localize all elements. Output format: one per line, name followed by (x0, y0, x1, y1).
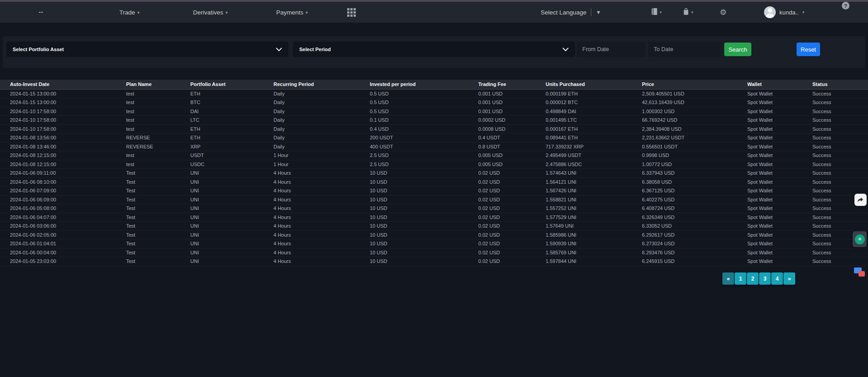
table-cell: 6.402275 USD (632, 195, 737, 204)
to-date-input[interactable] (648, 42, 721, 57)
table-cell: 6.367125 USD (632, 186, 737, 196)
table-cell: UNI (180, 222, 264, 231)
nav-menu-derivatives[interactable]: Derivatives ▾ (193, 2, 228, 23)
chevron-down-icon: ▾ (660, 10, 662, 14)
table-cell: test (116, 89, 180, 98)
table-row: 2024-01-15 13:00:00testBTCDaily0.5 USD0.… (0, 98, 868, 107)
table-cell: 0.02 USD (468, 177, 536, 186)
table-body: 2024-01-15 13:00:00testETHDaily0.5 USD0.… (0, 89, 868, 266)
from-date-input[interactable] (577, 42, 646, 57)
table-cell: Success (802, 116, 868, 125)
table-cell: REVERSE (116, 134, 180, 143)
language-selector[interactable]: Select Language ▼ (541, 2, 601, 23)
table-row: 2024-01-10 17:58:00testDAIDaily0.5 USD0.… (0, 107, 868, 116)
table-row: 2024-01-06 06:09:00TestUNI4 Hours10 USD0… (0, 195, 868, 204)
column-header: Wallet (737, 80, 802, 89)
table-cell: 4 Hours (264, 186, 360, 196)
table-cell: 2024-01-08 12:15:00 (0, 160, 116, 169)
table-cell: 2024-01-10 17:58:00 (0, 124, 116, 134)
table-cell: UNI (180, 177, 264, 186)
chatgpt-extension-icon[interactable]: ✳ (853, 231, 867, 247)
nav-menu-trade[interactable]: Trade ▾ (119, 2, 140, 23)
table-cell: test (116, 160, 180, 169)
chat-extension-icon[interactable] (854, 267, 867, 280)
table-cell: Test (116, 195, 180, 204)
language-caret-icon: ▼ (596, 10, 601, 15)
wallet-bag-menu[interactable]: ▾ (683, 2, 693, 23)
table-cell: USDC (180, 160, 264, 169)
table-cell: 42,613.16439 USD (632, 98, 737, 107)
table-cell: 10 USD (360, 248, 468, 257)
table-cell: 0.0002 USD (468, 116, 536, 125)
column-header: Status (802, 80, 868, 89)
nav-menu-trade-label: Trade (119, 9, 135, 16)
settings-gear-icon[interactable]: ⚙ (720, 2, 726, 23)
table-cell: 2.475886 USDC (536, 160, 632, 169)
table-cell: UNI (180, 169, 264, 178)
table-cell: Test (116, 186, 180, 196)
table-cell: 2024-01-06 07:09:00 (0, 186, 116, 196)
table-cell: Spot Wallet (737, 195, 802, 204)
table-row: 2024-01-06 09:11:00TestUNI4 Hours10 USD0… (0, 169, 868, 178)
language-selector-label: Select Language (541, 9, 586, 16)
table-cell: 0.001 USD (468, 107, 536, 116)
table-cell: 0.001 USD (468, 89, 536, 98)
orders-book-menu[interactable]: ▾ (651, 2, 662, 23)
portfolio-asset-select[interactable]: Select Portfolio Asset (6, 42, 288, 57)
table-cell: UNI (180, 204, 264, 213)
table-cell: 2024-01-06 06:09:00 (0, 195, 116, 204)
table-cell: 4 Hours (264, 239, 360, 248)
table-cell: Daily (264, 116, 360, 125)
table-cell: 6.326349 USD (632, 213, 737, 222)
table-cell: 0.02 USD (468, 213, 536, 222)
share-shortcut-icon[interactable] (854, 194, 867, 206)
table-cell: 400 USDT (360, 142, 468, 151)
table-cell: 10 USD (360, 195, 468, 204)
table-row: 2024-01-08 12:15:00testUSDC1 Hour2.5 USD… (0, 160, 868, 169)
table-cell: Success (802, 222, 868, 231)
table-cell: 0.02 USD (468, 169, 536, 178)
table-cell: Test (116, 204, 180, 213)
table-cell: Daily (264, 98, 360, 107)
pagination-next-button[interactable]: » (783, 272, 795, 285)
search-button[interactable]: Search (724, 43, 751, 56)
reset-button[interactable]: Reset (797, 43, 820, 56)
nav-menu-derivatives-label: Derivatives (193, 9, 223, 16)
pagination-page-button[interactable]: 1 (735, 272, 746, 285)
table-header-row: Auto-Invest DatePlan NamePortfolio Asset… (0, 80, 868, 89)
table-cell: Spot Wallet (737, 222, 802, 231)
table-cell: 0.02 USD (468, 230, 536, 239)
help-icon[interactable]: ? (842, 2, 849, 10)
table-cell: test (116, 151, 180, 160)
table-cell: Daily (264, 124, 360, 134)
table-cell: 0.02 USD (468, 195, 536, 204)
table-cell: 4 Hours (264, 195, 360, 204)
table-cell: Test (116, 177, 180, 186)
period-select[interactable]: Select Period (293, 42, 575, 57)
pagination-page-button[interactable]: 4 (771, 272, 783, 285)
table-cell: 0.000167 ETH (536, 124, 632, 134)
table-cell: 0.8 USDT (468, 142, 536, 151)
app-logo[interactable]: -- (39, 2, 43, 23)
chevron-down-icon (562, 45, 569, 53)
apps-grid-icon[interactable] (347, 2, 356, 23)
table-cell: Test (116, 222, 180, 231)
nav-menu-payments[interactable]: Payments ▾ (276, 2, 308, 23)
table-cell: 6.33052 USD (632, 222, 737, 231)
table-cell: 4 Hours (264, 204, 360, 213)
pagination-page-button[interactable]: 3 (759, 272, 771, 285)
table-cell: Test (116, 213, 180, 222)
table-cell: 1.57649 UNI (536, 222, 632, 231)
table-cell: Spot Wallet (737, 134, 802, 143)
table-cell: 0.0008 USD (468, 124, 536, 134)
user-menu[interactable]: kunda.. ▾ (764, 2, 804, 23)
table-cell: UNI (180, 248, 264, 257)
table-cell: Spot Wallet (737, 116, 802, 125)
table-cell: 4 Hours (264, 230, 360, 239)
table-cell: 0.000199 ETH (536, 89, 632, 98)
pagination-prev-button[interactable]: « (722, 272, 734, 285)
table-cell: Success (802, 107, 868, 116)
table-cell: 2024-01-08 13:56:00 (0, 134, 116, 143)
table-cell: UNI (180, 213, 264, 222)
pagination-page-button[interactable]: 2 (747, 272, 759, 285)
